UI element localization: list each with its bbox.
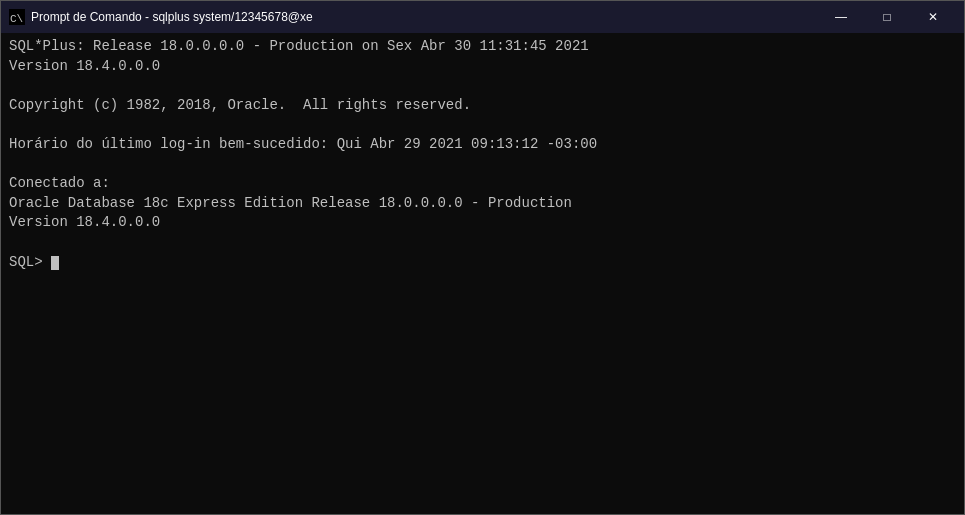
maximize-button[interactable]: □	[864, 1, 910, 33]
title-bar-text: Prompt de Comando - sqlplus system/12345…	[31, 10, 313, 24]
title-bar-controls: — □ ✕	[818, 1, 956, 33]
terminal-line-1: SQL*Plus: Release 18.0.0.0.0 - Productio…	[9, 37, 956, 57]
terminal-line-7	[9, 155, 956, 175]
close-button[interactable]: ✕	[910, 1, 956, 33]
terminal-prompt-line: SQL>	[9, 253, 956, 273]
title-bar-left: C\ Prompt de Comando - sqlplus system/12…	[9, 9, 313, 25]
svg-text:C\: C\	[10, 13, 23, 25]
title-bar: C\ Prompt de Comando - sqlplus system/12…	[1, 1, 964, 33]
window: C\ Prompt de Comando - sqlplus system/12…	[0, 0, 965, 515]
terminal-line-8: Conectado a:	[9, 174, 956, 194]
terminal-line-5	[9, 115, 956, 135]
terminal-line-11	[9, 233, 956, 253]
terminal-line-4: Copyright (c) 1982, 2018, Oracle. All ri…	[9, 96, 956, 116]
terminal-body[interactable]: SQL*Plus: Release 18.0.0.0.0 - Productio…	[1, 33, 964, 514]
cmd-icon: C\	[9, 9, 25, 25]
terminal-line-9: Oracle Database 18c Express Edition Rele…	[9, 194, 956, 214]
minimize-button[interactable]: —	[818, 1, 864, 33]
terminal-line-6: Horário do último log-in bem-sucedido: Q…	[9, 135, 956, 155]
terminal-line-2: Version 18.4.0.0.0	[9, 57, 956, 77]
cursor	[51, 256, 59, 270]
terminal-line-10: Version 18.4.0.0.0	[9, 213, 956, 233]
terminal-line-3	[9, 76, 956, 96]
terminal-prompt: SQL>	[9, 254, 51, 270]
